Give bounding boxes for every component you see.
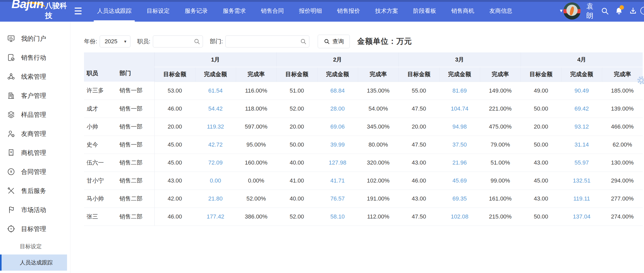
clipboard-check-icon (7, 53, 15, 62)
nav-tab-goal-setting[interactable]: 目标设定 (139, 0, 177, 22)
completed-amount-link[interactable]: 21.96 (439, 154, 480, 172)
completion-rate-cell: 161.00% (480, 190, 521, 208)
completed-amount-link[interactable]: 127.98 (317, 154, 358, 172)
col-header-completed: 完成金额 (195, 67, 236, 82)
sidebar-item-leads[interactable]: 线索管理 (0, 67, 70, 86)
personnel-tracking-table: 职员 部门 1月 2月 3月 4月 目标金额 完成金额 完成率 目标金额 完成金… (84, 52, 643, 226)
completed-amount-link[interactable]: 104.74 (439, 100, 480, 118)
target-amount-cell: 50.00 (521, 208, 561, 226)
completed-amount-link[interactable]: 21.80 (195, 190, 236, 208)
completed-amount-link[interactable]: 76.57 (317, 190, 358, 208)
month-header-feb: 2月 (276, 52, 399, 67)
sidebar-item-label: 市场活动 (21, 206, 46, 214)
completed-amount-link[interactable]: 42.72 (195, 136, 236, 154)
completion-rate-cell: 116.00% (236, 82, 276, 100)
nav-tab-personnel-tracking[interactable]: 人员达成跟踪 (89, 0, 139, 22)
completed-amount-link[interactable]: 137.04 (561, 208, 602, 226)
target-amount-cell: 43.00 (154, 172, 195, 190)
sidebar-item-samples[interactable]: 样品管理 (0, 105, 70, 124)
completed-amount-link[interactable]: 94.98 (439, 118, 480, 136)
completed-amount-link[interactable]: 81.69 (439, 82, 480, 100)
completed-amount-link[interactable]: 41.71 (317, 172, 358, 190)
download-icon[interactable] (629, 7, 637, 15)
sidebar-item-label: 合同管理 (21, 168, 46, 176)
department-search-input[interactable] (225, 35, 309, 47)
completion-rate-cell: 62.00% (602, 136, 643, 154)
completed-amount-link[interactable]: 28.00 (317, 100, 358, 118)
completed-amount-link[interactable]: 132.51 (561, 172, 602, 190)
search-icon[interactable] (601, 7, 609, 15)
hamburger-menu-icon[interactable] (75, 8, 82, 14)
target-amount-cell: 45.00 (521, 172, 561, 190)
sidebar-item-after-sales[interactable]: 售后服务 (0, 181, 70, 200)
target-amount-cell: 50.00 (521, 100, 561, 118)
target-amount-cell: 51.00 (276, 82, 317, 100)
target-amount-cell: 43.00 (521, 154, 561, 172)
completed-amount-link[interactable]: 39.99 (317, 136, 358, 154)
nav-more-dropdown-icon[interactable]: ▼ (559, 8, 563, 14)
nav-tab-sales-opportunities[interactable]: 销售商机 (444, 0, 482, 22)
notification-bell-icon[interactable] (615, 7, 623, 15)
layers-icon (7, 110, 15, 119)
target-amount-cell: 47.50 (399, 100, 439, 118)
completed-amount-link[interactable]: 69.06 (317, 118, 358, 136)
building-icon (7, 91, 15, 100)
completed-amount-link[interactable]: 69.42 (561, 100, 602, 118)
completed-amount-link[interactable]: 37.50 (439, 136, 480, 154)
completed-amount-link[interactable]: 31.14 (561, 136, 602, 154)
year-select[interactable]: 2025 ▼ (100, 35, 130, 47)
target-amount-cell: 46.00 (399, 172, 439, 190)
sidebar-item-customers[interactable]: 客户管理 (0, 86, 70, 105)
sidebar-item-opportunities[interactable]: ¥ 商机管理 (0, 143, 70, 162)
sidebar-subitem-personnel-tracking[interactable]: 人员达成跟踪 (0, 254, 67, 271)
search-icon[interactable] (300, 38, 307, 46)
completion-rate-cell: 149.00% (480, 82, 521, 100)
sidebar-item-my-portal[interactable]: 我的门户 (0, 29, 70, 48)
department-label: 部门: (210, 38, 223, 45)
completed-amount-link[interactable]: 61.54 (195, 82, 236, 100)
completion-rate-cell: 54.00% (358, 100, 399, 118)
nav-tab-service-requests[interactable]: 服务需求 (215, 0, 253, 22)
department-cell: 销售一部 (117, 136, 154, 154)
target-amount-cell: 43.00 (521, 190, 561, 208)
completed-amount-link[interactable]: 45.69 (439, 172, 480, 190)
completed-amount-link[interactable]: 0.00 (195, 172, 236, 190)
completed-amount-link[interactable]: 68.84 (317, 82, 358, 100)
column-settings-gear-icon[interactable] (636, 75, 644, 86)
nav-tab-stage-board[interactable]: 阶段看板 (406, 0, 444, 22)
completed-amount-link[interactable]: 55.97 (561, 154, 602, 172)
completed-amount-link[interactable]: 93.12 (561, 118, 602, 136)
sidebar-item-market-activities[interactable]: 市场活动 (0, 200, 70, 219)
completed-amount-link[interactable]: 54.42 (195, 100, 236, 118)
completed-amount-link[interactable]: 102.08 (439, 208, 480, 226)
nav-tabs: 人员达成跟踪 目标设定 服务记录 服务需求 销售合同 报价明细 销售报价 技术方… (89, 0, 520, 22)
completion-rate-cell: 191.00% (358, 190, 399, 208)
department-cell: 销售一部 (117, 82, 154, 100)
completed-amount-link[interactable]: 90.49 (561, 82, 602, 100)
brand-logo[interactable]: Bajun 八骏科技 Anyone,Anytime,Anywhere! (0, 0, 70, 22)
sidebar-item-contracts[interactable]: ¥ 合同管理 (0, 162, 70, 181)
search-icon[interactable] (194, 38, 200, 46)
completed-amount-link[interactable]: 119.32 (195, 118, 236, 136)
nav-tab-sales-contracts[interactable]: 销售合同 (253, 0, 291, 22)
nav-tab-technical-plans[interactable]: 技术方案 (368, 0, 406, 22)
user-avatar[interactable] (563, 2, 581, 20)
completed-amount-link[interactable]: 177.42 (195, 208, 236, 226)
sidebar-item-goal-management[interactable]: 目标管理 (0, 219, 70, 238)
query-button[interactable]: 查询 (318, 35, 350, 48)
nav-tab-quote-details[interactable]: 报价明细 (291, 0, 329, 22)
sidebar-item-sales-actions[interactable]: 销售行动 (0, 48, 70, 67)
sidebar-item-partners[interactable]: vs 友商管理 (0, 124, 70, 143)
completed-amount-link[interactable]: 58.10 (317, 208, 358, 226)
sidebar-subitem-goal-setting[interactable]: 目标设定 (0, 238, 70, 254)
completed-amount-link[interactable]: 72.09 (195, 154, 236, 172)
sidebar-subitem-department-tracking[interactable]: 部门达成跟踪 (0, 271, 70, 273)
completed-amount-link[interactable]: 69.35 (439, 190, 480, 208)
month-header-apr: 4月 (521, 52, 643, 67)
nav-tab-service-records[interactable]: 服务记录 (177, 0, 215, 22)
nav-tab-sales-quotes[interactable]: 销售报价 (329, 0, 368, 22)
yen-circle-icon: ¥ (7, 167, 15, 176)
nav-tab-partner-info[interactable]: 友商信息 (482, 0, 520, 22)
department-cell: 销售一部 (117, 118, 154, 136)
completed-amount-link[interactable]: 119.11 (561, 190, 602, 208)
